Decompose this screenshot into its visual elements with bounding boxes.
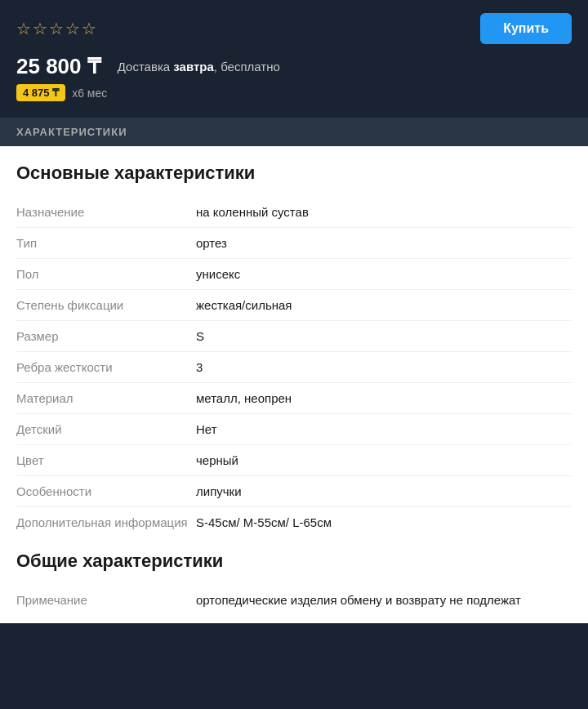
installment-badge: 4 875 ₸ (16, 84, 65, 101)
char-label: Материал (16, 391, 196, 405)
table-row: Материал металл, неопрен (16, 383, 572, 414)
char-label: Размер (16, 329, 196, 343)
char-value: черный (196, 453, 572, 467)
char-label: Тип (16, 236, 196, 250)
char-value: ортез (196, 236, 572, 250)
char-value: липучки (196, 484, 572, 498)
char-value: металл, неопрен (196, 391, 572, 405)
char-label: Примечание (16, 593, 196, 607)
buy-button[interactable]: Купить (480, 13, 572, 44)
top-section: ☆☆☆☆☆ Купить 25 800 ₸ Доставка завтра, б… (0, 0, 588, 118)
table-row: Дополнительная информация S-45см/ M-55см… (16, 507, 572, 537)
char-label: Пол (16, 267, 196, 281)
char-label: Степень фиксации (16, 298, 196, 312)
char-value: унисекс (196, 267, 572, 281)
basic-characteristics-title: Основные характеристики (16, 163, 572, 184)
char-value: жесткая/сильная (196, 298, 572, 312)
table-row: Цвет черный (16, 445, 572, 476)
table-row: Ребра жесткости 3 (16, 352, 572, 383)
delivery-suffix: , бесплатно (214, 60, 280, 74)
char-value: на коленный сустав (196, 205, 572, 219)
char-value: 3 (196, 360, 572, 374)
char-value: S (196, 329, 572, 343)
char-label: Назначение (16, 205, 196, 219)
installment-row: 4 875 ₸ х6 мес (16, 84, 572, 101)
table-row: Особенности липучки (16, 476, 572, 507)
delivery-info: Доставка завтра, бесплатно (118, 60, 280, 74)
char-label: Цвет (16, 453, 196, 467)
char-value: ортопедические изделия обмену и возврату… (196, 593, 572, 607)
installment-period: х6 мес (72, 87, 107, 100)
table-row: Размер S (16, 321, 572, 352)
general-characteristics-title: Общие характеристики (16, 551, 572, 572)
main-price: 25 800 ₸ (16, 54, 101, 79)
table-row: Примечание ортопедические изделия обмену… (16, 585, 572, 615)
table-row: Назначение на коленный сустав (16, 197, 572, 228)
table-row: Тип ортез (16, 228, 572, 259)
table-row: Степень фиксации жесткая/сильная (16, 290, 572, 321)
delivery-day: завтра (173, 60, 213, 74)
star-rating: ☆☆☆☆☆ (16, 19, 98, 38)
char-label: Детский (16, 422, 196, 436)
basic-characteristics-list: Назначение на коленный сустав Тип ортез … (16, 197, 572, 537)
characteristics-section: Основные характеристики Назначение на ко… (0, 146, 588, 623)
section-header: ХАРАКТЕРИСТИКИ (0, 118, 588, 146)
char-label: Ребра жесткости (16, 360, 196, 374)
general-characteristics-list: Примечание ортопедические изделия обмену… (16, 585, 572, 615)
char-label: Особенности (16, 484, 196, 498)
char-value: S-45см/ M-55см/ L-65см (196, 515, 572, 529)
char-value: Нет (196, 422, 572, 436)
price-row: 25 800 ₸ Доставка завтра, бесплатно (16, 54, 572, 79)
table-row: Пол унисекс (16, 259, 572, 290)
char-label: Дополнительная информация (16, 515, 196, 529)
table-row: Детский Нет (16, 414, 572, 445)
stars-row: ☆☆☆☆☆ Купить (16, 13, 572, 44)
